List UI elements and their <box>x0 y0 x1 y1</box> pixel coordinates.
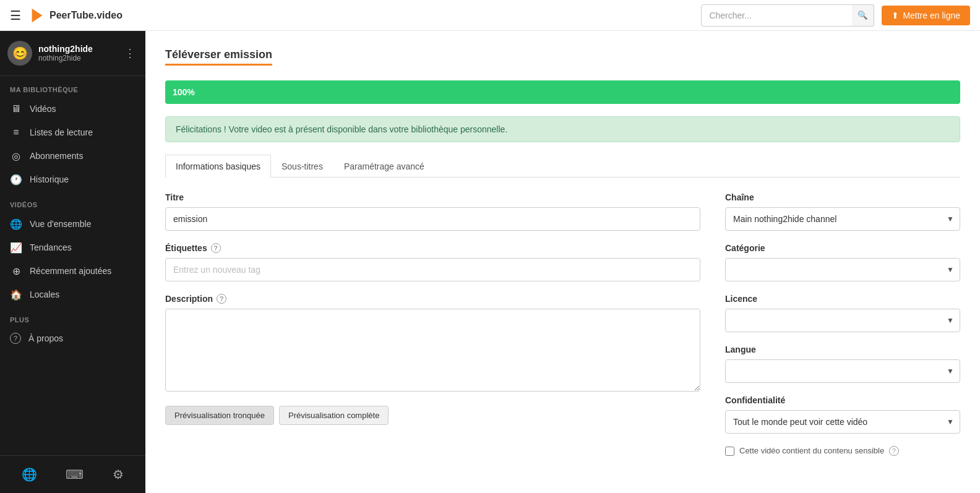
upload-icon: ⬆ <box>892 11 899 20</box>
description-group: Description ? <box>165 294 700 393</box>
search-icon: 🔍 <box>858 11 868 20</box>
category-select-wrapper: ▼ <box>725 258 960 281</box>
playlists-icon: ≡ <box>10 126 22 139</box>
sidebar-item-recently-added[interactable]: ⊕ Récemment ajoutées <box>0 259 145 283</box>
chain-group: Chaîne Main nothing2hide channel ▼ <box>725 192 960 231</box>
sidebar-item-trends[interactable]: 📈 Tendances <box>0 236 145 259</box>
preview-full-button[interactable]: Prévisualisation complète <box>279 406 389 425</box>
privacy-label: Confidentialité <box>725 395 960 405</box>
subscriptions-icon: ◎ <box>10 150 22 162</box>
sidebar: 😊 nothing2hide nothing2hide ⋮ MA BIBLIOT… <box>0 31 145 493</box>
category-group: Catégorie ▼ <box>725 243 960 281</box>
sidebar-label-recently-added: Récemment ajoutées <box>30 266 111 276</box>
search-input[interactable] <box>701 4 874 27</box>
sidebar-label-videos: Vidéos <box>30 104 56 114</box>
chain-select[interactable]: Main nothing2hide channel <box>725 207 960 231</box>
tags-group: Étiquettes ? <box>165 243 700 281</box>
chain-label: Chaîne <box>725 192 960 202</box>
page-title: Téléverser emission <box>165 48 272 66</box>
user-info: nothing2hide nothing2hide <box>38 44 116 62</box>
settings-icon[interactable]: ⚙ <box>109 463 127 486</box>
peertube-logo-icon <box>28 7 46 24</box>
sidebar-item-local[interactable]: 🏠 Locales <box>0 283 145 306</box>
form-left: Titre Étiquettes ? <box>165 192 700 456</box>
privacy-group: Confidentialité Tout le monde peut voir … <box>725 395 960 434</box>
sensitive-checkbox[interactable] <box>725 447 734 456</box>
sidebar-item-history[interactable]: 🕐 Historique <box>0 168 145 191</box>
preview-truncated-button[interactable]: Prévisualisation tronquée <box>165 406 274 425</box>
sidebar-section-library-title: MA BIBLIOTHÈQUE <box>0 76 145 97</box>
hamburger-menu-icon[interactable]: ☰ <box>10 8 21 23</box>
upload-button-label: Mettre en ligne <box>903 11 960 20</box>
sidebar-label-trends: Tendances <box>30 242 72 252</box>
sidebar-label-subscriptions: Abonnements <box>30 151 83 161</box>
search-wrapper: 🔍 <box>701 4 874 27</box>
form-right: Chaîne Main nothing2hide channel ▼ Catég <box>725 192 960 456</box>
license-select[interactable] <box>725 309 960 332</box>
chain-select-wrapper: Main nothing2hide channel ▼ <box>725 207 960 231</box>
overview-icon: 🌐 <box>10 218 22 230</box>
sidebar-item-videos[interactable]: 🖥 Vidéos <box>0 97 145 121</box>
language-icon[interactable]: 🌐 <box>18 463 41 486</box>
main-content: Téléverser emission 100% Félicitations !… <box>145 31 980 473</box>
description-textarea[interactable] <box>165 309 700 392</box>
language-select[interactable] <box>725 359 960 383</box>
category-select[interactable] <box>725 258 960 281</box>
sensitive-help-icon[interactable]: ? <box>889 446 899 456</box>
title-input[interactable] <box>165 207 700 231</box>
navbar-left: ☰ PeerTube.video <box>10 7 123 24</box>
sensitive-checkbox-group: Cette vidéo contient du contenu sensible… <box>725 446 960 456</box>
user-handle: nothing2hide <box>38 54 116 62</box>
license-select-wrapper: ▼ <box>725 309 960 332</box>
description-label: Description ? <box>165 294 700 304</box>
videos-icon: 🖥 <box>10 103 22 115</box>
sidebar-item-about[interactable]: ? À propos <box>0 327 145 349</box>
sidebar-label-history: Historique <box>30 174 69 184</box>
tab-subtitles[interactable]: Sous-titres <box>271 155 333 178</box>
svg-marker-0 <box>32 8 43 22</box>
privacy-select[interactable]: Tout le monde peut voir cette vidéo Unli… <box>725 410 960 434</box>
tags-input[interactable] <box>165 258 700 281</box>
avatar: 😊 <box>7 41 32 66</box>
about-icon: ? <box>10 333 21 344</box>
progress-bar-container: 100% <box>165 80 960 104</box>
sidebar-label-overview: Vue d'ensemble <box>30 219 91 229</box>
history-icon: 🕐 <box>10 173 22 186</box>
progress-bar-fill: 100% <box>165 80 960 104</box>
sidebar-section-plus-title: PLUS <box>0 306 145 327</box>
upload-button[interactable]: ⬆ Mettre en ligne <box>882 6 970 25</box>
success-message: Félicitations ! Votre video est à présen… <box>165 116 960 142</box>
sidebar-bottom: 🌐 ⌨ ⚙ <box>0 455 145 493</box>
sidebar-user: 😊 nothing2hide nothing2hide ⋮ <box>0 31 145 76</box>
brand-logo[interactable]: PeerTube.video <box>28 7 123 24</box>
user-menu-dots-icon[interactable]: ⋮ <box>122 44 138 62</box>
preview-buttons: Prévisualisation tronquée Prévisualisati… <box>165 406 700 425</box>
tags-label: Étiquettes ? <box>165 243 700 253</box>
progress-label: 100% <box>173 87 195 97</box>
sidebar-label-local: Locales <box>30 289 59 299</box>
keyboard-icon[interactable]: ⌨ <box>62 463 87 486</box>
navbar-center: 🔍 ⬆ Mettre en ligne <box>132 4 970 27</box>
brand-name: PeerTube.video <box>49 10 123 21</box>
sidebar-item-overview[interactable]: 🌐 Vue d'ensemble <box>0 212 145 236</box>
category-label: Catégorie <box>725 243 960 253</box>
tab-advanced[interactable]: Paramétrage avancé <box>333 155 435 178</box>
description-help-icon[interactable]: ? <box>217 294 226 304</box>
language-group: Langue ▼ <box>725 345 960 383</box>
sidebar-label-playlists: Listes de lecture <box>30 127 93 137</box>
trends-icon: 📈 <box>10 241 22 254</box>
language-select-wrapper: ▼ <box>725 359 960 383</box>
language-label: Langue <box>725 345 960 354</box>
title-label: Titre <box>165 192 700 202</box>
license-group: Licence ▼ <box>725 294 960 332</box>
sidebar-section-videos-title: VIDÉOS <box>0 191 145 212</box>
sidebar-item-subscriptions[interactable]: ◎ Abonnements <box>0 144 145 168</box>
sensitive-label[interactable]: Cette vidéo contient du contenu sensible… <box>739 446 899 456</box>
sidebar-item-playlists[interactable]: ≡ Listes de lecture <box>0 121 145 144</box>
tags-help-icon[interactable]: ? <box>211 243 221 253</box>
search-button[interactable]: 🔍 <box>852 4 874 27</box>
tab-basic-info[interactable]: Informations basiques <box>165 155 271 178</box>
form-layout: Titre Étiquettes ? <box>165 192 960 456</box>
local-icon: 🏠 <box>10 288 22 301</box>
layout: 😊 nothing2hide nothing2hide ⋮ MA BIBLIOT… <box>0 31 980 493</box>
